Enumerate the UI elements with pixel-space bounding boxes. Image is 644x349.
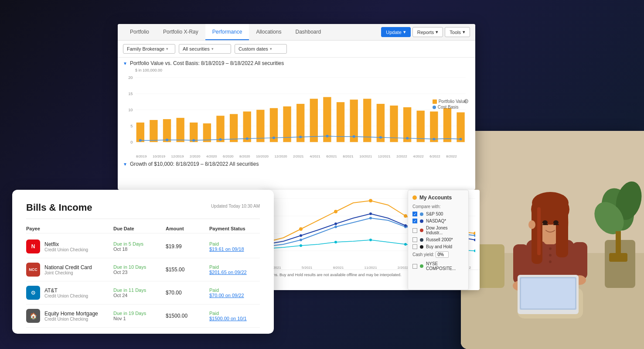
- svg-point-70: [404, 224, 407, 227]
- bills-table-header: Payee Due Date Amount Payment Status: [26, 224, 260, 233]
- compare-item-russell: Russell 2000*: [412, 237, 464, 242]
- photo-panel: [461, 131, 644, 349]
- tab-portfolio[interactable]: Portfolio: [123, 24, 156, 40]
- account-dropdown-arrow: ▾: [166, 47, 168, 51]
- tools-button[interactable]: Tools ▾: [445, 27, 470, 37]
- x-axis-labels: 8/201910/201912/20192/2020 4/20206/20208…: [123, 154, 470, 158]
- account-select[interactable]: Family Brokerage ▾: [123, 44, 175, 54]
- dow-checkbox[interactable]: [412, 228, 417, 233]
- svg-rect-30: [403, 107, 411, 142]
- svg-rect-31: [417, 111, 425, 142]
- svg-text:15: 15: [128, 92, 133, 96]
- svg-point-72: [474, 239, 475, 241]
- svg-point-36: [166, 139, 168, 141]
- svg-rect-23: [310, 99, 318, 142]
- dates-dropdown-arrow: ▾: [270, 47, 272, 51]
- nyse-checkbox[interactable]: [412, 264, 417, 269]
- svg-point-56: [404, 214, 407, 218]
- bills-row: N Netflix Credit Union Checking Due in 5…: [26, 235, 260, 258]
- performance-panel: Portfolio Portfolio X-Ray Performance Al…: [118, 24, 475, 190]
- nasdaq-checkbox[interactable]: ✓: [412, 219, 417, 223]
- nasdaq-dot: [420, 219, 423, 223]
- svg-rect-106: [532, 207, 542, 264]
- svg-point-75: [334, 241, 337, 243]
- bills-panel: Bills & Income Updated Today 10:30 AM Pa…: [12, 190, 274, 334]
- securities-dropdown-arrow: ▾: [211, 47, 214, 51]
- svg-rect-25: [337, 102, 344, 142]
- svg-point-67: [300, 234, 302, 237]
- nyse-item: NYSE COMPOSITE...: [412, 261, 464, 271]
- cash-yield-row: Cash yield:: [412, 251, 464, 258]
- svg-rect-102: [521, 278, 575, 308]
- svg-rect-19: [256, 110, 264, 142]
- payee-info: AT&T Credit Union Checking: [44, 287, 88, 298]
- svg-rect-15: [203, 123, 211, 142]
- tab-dashboard[interactable]: Dashboard: [288, 24, 328, 40]
- sp500-checkbox[interactable]: ✓: [412, 212, 417, 216]
- photo-background: [461, 131, 644, 349]
- national-cc-logo: NCC: [26, 263, 40, 277]
- cost-basis-legend-color: [433, 106, 436, 109]
- portfolio-bar-chart: 20 15 10 5 0: [123, 73, 470, 152]
- svg-text:5: 5: [130, 124, 133, 128]
- tab-portfolio-xray[interactable]: Portfolio X-Ray: [156, 24, 205, 40]
- svg-text:0: 0: [130, 140, 133, 144]
- svg-point-37: [192, 139, 195, 142]
- portfolio-value-legend-color: [433, 99, 437, 104]
- tab-allocations[interactable]: Allocations: [249, 24, 288, 40]
- bills-row: ⊙ AT&T Credit Union Checking Due in 11 D…: [26, 281, 260, 305]
- amount-cell: $19.99: [166, 243, 209, 250]
- svg-text:20: 20: [128, 75, 133, 80]
- buyhold-checkbox[interactable]: [412, 244, 417, 249]
- svg-rect-27: [363, 99, 371, 142]
- svg-rect-13: [176, 118, 184, 142]
- svg-point-35: [139, 139, 142, 142]
- svg-point-68: [334, 222, 337, 225]
- svg-rect-16: [216, 116, 224, 142]
- due-date-cell: Due in 19 Days Nov 1: [113, 311, 166, 321]
- netflix-logo: N: [26, 240, 40, 253]
- svg-rect-97: [572, 242, 587, 279]
- svg-point-79: [474, 250, 475, 252]
- payee-info: National Credit Card Joint Checking: [44, 264, 92, 275]
- svg-point-110: [542, 220, 548, 225]
- svg-point-40: [273, 137, 275, 139]
- nyse-dot: [420, 264, 423, 268]
- att-logo: ⊙: [26, 286, 40, 300]
- reports-button[interactable]: Reports ▾: [412, 27, 443, 37]
- svg-point-39: [246, 137, 249, 140]
- compare-item-dow: Dow Jones Industr...: [412, 226, 464, 235]
- filter-bar: Family Brokerage ▾ All securities ▾ Cust…: [118, 41, 475, 58]
- svg-point-44: [379, 136, 382, 139]
- dates-select[interactable]: Custom dates ▾: [235, 44, 287, 54]
- update-button[interactable]: Update ▾: [381, 27, 410, 37]
- svg-point-53: [299, 227, 303, 231]
- bills-updated: Updated Today 10:30 AM: [211, 204, 260, 209]
- cash-yield-input[interactable]: [436, 251, 449, 258]
- russell-checkbox[interactable]: [412, 237, 417, 242]
- payee-cell: 🏠 Equity Home Mortgage Credit Union Chec…: [26, 309, 113, 323]
- svg-rect-34: [457, 113, 464, 142]
- svg-rect-29: [390, 106, 398, 142]
- tab-performance[interactable]: Performance: [205, 24, 249, 40]
- svg-point-45: [406, 137, 409, 140]
- payee-info: Equity Home Mortgage Credit Union Checki…: [44, 311, 98, 322]
- compare-panel: My Accounts Compare with: ✓ S&P 500 ✓ NA…: [408, 190, 469, 290]
- securities-select[interactable]: All securities ▾: [179, 44, 231, 54]
- svg-point-95: [549, 260, 552, 263]
- dropdown-arrow-icon: ▾: [436, 29, 438, 35]
- buyhold-dot: [420, 245, 423, 249]
- svg-rect-109: [537, 207, 541, 255]
- chart-legend: Portfolio Value Cost Basis: [433, 99, 467, 110]
- svg-point-42: [326, 135, 328, 137]
- svg-point-93: [549, 247, 552, 250]
- due-date-cell: Due in 10 Days Oct 23: [113, 264, 166, 275]
- woman-illustration: [461, 131, 644, 349]
- russell-dot: [420, 238, 423, 242]
- svg-rect-88: [609, 253, 627, 262]
- tabs: Portfolio Portfolio X-Ray Performance Al…: [123, 24, 328, 40]
- dropdown-arrow-icon: ▾: [463, 29, 465, 35]
- payee-info: Netflix Credit Union Checking: [44, 241, 88, 252]
- due-date-cell: Due in 11 Days Oct 24: [113, 287, 166, 298]
- y-axis-label: $ in 100,000.00: [135, 68, 470, 72]
